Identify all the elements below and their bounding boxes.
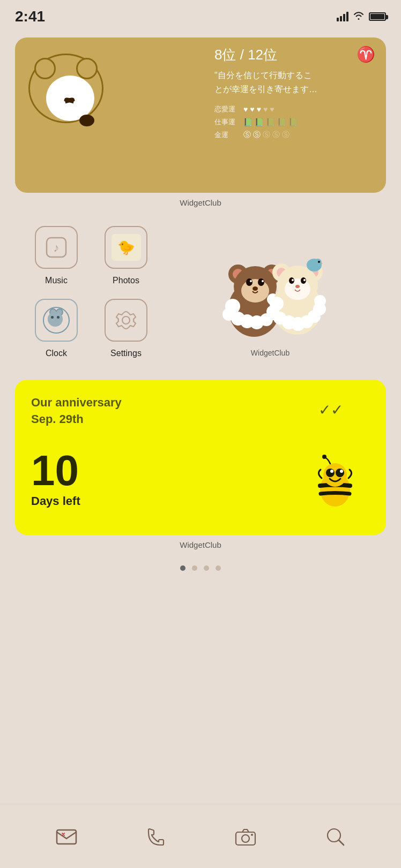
fortune-rank: 8位 / 12位: [214, 46, 277, 64]
svg-point-34: [295, 285, 300, 288]
svg-point-52: [336, 469, 344, 477]
anniversary-widget[interactable]: Our anniversarySep. 29th ✓✓ 10 Days left: [15, 380, 386, 535]
fortune-widget[interactable]: 8位 / 12位 ♈ "自分を信じて行動することが幸運を引き寄せます… 恋愛運 …: [15, 37, 386, 193]
fortune-row-love: 恋愛運 ♥♥♥ ♥♥: [214, 104, 375, 114]
rilakkuma-widget[interactable]: WidgetClub: [161, 223, 380, 357]
app-photos[interactable]: 🐤 Photos: [91, 223, 161, 285]
svg-point-55: [322, 455, 326, 459]
svg-point-12: [262, 280, 264, 282]
svg-point-47: [122, 316, 130, 324]
rilakkuma-widget-label: WidgetClub: [251, 349, 289, 357]
fortune-row-money: 金運 ⓈⓈ ⓈⓈⓈ: [214, 130, 375, 140]
page-dot-1[interactable]: [180, 565, 185, 571]
svg-point-54: [340, 470, 343, 473]
dock-mail[interactable]: [50, 820, 83, 852]
battery-icon: [369, 12, 386, 21]
svg-point-10: [258, 278, 264, 286]
svg-point-11: [250, 280, 252, 282]
fortune-quote: "自分を信じて行動することが幸運を引き寄せます…: [214, 69, 375, 96]
checkmark-deco: ✓✓: [318, 401, 343, 419]
settings-label: Settings: [110, 349, 142, 358]
page-dot-2[interactable]: [192, 565, 197, 571]
dock-camera[interactable]: [229, 820, 262, 852]
svg-point-53: [330, 470, 333, 473]
dock-phone[interactable]: [140, 820, 172, 852]
svg-point-29: [285, 278, 310, 300]
fortune-content: 8位 / 12位 ♈ "自分を信じて行動することが幸運を引き寄せます… 恋愛運 …: [214, 46, 375, 143]
signal-icon: [337, 12, 348, 21]
bear-illustration: [26, 48, 112, 166]
svg-line-61: [339, 840, 344, 845]
photos-label: Photos: [113, 276, 139, 285]
dock: [0, 804, 401, 868]
svg-point-43: [314, 295, 326, 307]
fortune-row-work: 仕事運 📗📗 📗📗📗: [214, 117, 375, 127]
status-bar: 2:41: [0, 0, 401, 27]
anniversary-widget-label: WidgetClub: [0, 540, 401, 549]
svg-point-33: [303, 279, 306, 281]
svg-point-9: [246, 278, 253, 286]
app-settings[interactable]: Settings: [91, 296, 161, 358]
svg-point-58: [242, 835, 249, 842]
music-label: Music: [45, 276, 68, 285]
bee-illustration: [300, 449, 370, 519]
settings-icon: [105, 299, 147, 342]
svg-point-51: [326, 469, 335, 477]
svg-point-59: [251, 834, 253, 836]
svg-point-45: [314, 259, 322, 266]
status-time: 2:41: [15, 8, 45, 25]
wifi-icon: [353, 11, 365, 23]
page-dot-3[interactable]: [204, 565, 209, 571]
svg-point-46: [318, 261, 320, 263]
clock-label: Clock: [46, 349, 67, 358]
status-icons: [337, 11, 386, 23]
fortune-zodiac: ♈: [357, 46, 375, 63]
photos-icon: 🐤: [105, 226, 147, 269]
svg-point-13: [253, 286, 258, 291]
svg-rect-56: [57, 830, 76, 844]
app-clock[interactable]: Clock: [21, 296, 91, 358]
page-dots: [0, 565, 401, 571]
svg-point-32: [292, 279, 294, 281]
dock-search[interactable]: [319, 820, 351, 852]
svg-text:♪: ♪: [54, 241, 60, 254]
bears-illustration: [209, 223, 332, 346]
clock-icon: [35, 299, 78, 342]
fortune-widget-label: WidgetClub: [0, 198, 401, 207]
music-icon: ♪: [35, 226, 78, 269]
app-grid: ♪ Music 🐤 Photos: [21, 223, 380, 369]
page-dot-4[interactable]: [216, 565, 221, 571]
app-music[interactable]: ♪ Music: [21, 223, 91, 285]
